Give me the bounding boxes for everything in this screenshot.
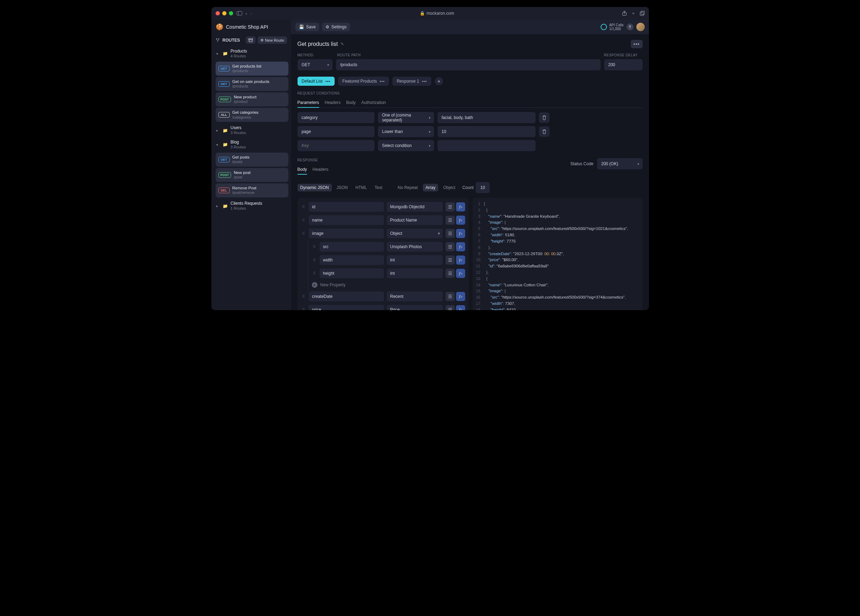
field-key-input[interactable] (309, 305, 384, 310)
route-item[interactable]: GET Get products list /products (216, 61, 289, 75)
field-fx-button[interactable]: ƒx (456, 269, 465, 278)
route-item[interactable]: DEL Remove Post /post/remove (216, 183, 289, 197)
route-item[interactable]: POST New post /post (216, 168, 289, 182)
repeat-object[interactable]: Object (440, 184, 458, 191)
group-clients-requests[interactable]: ▸ 📁 Clients Requests 1 Routes (214, 199, 289, 212)
new-property-button[interactable]: +New Property (311, 280, 466, 290)
more-icon[interactable]: ••• (380, 79, 385, 83)
condition-value-input[interactable] (438, 112, 535, 123)
conditions-tab-authorization[interactable]: Authorization (361, 98, 386, 107)
conditions-tab-parameters[interactable]: Parameters (298, 98, 319, 108)
drag-handle-icon[interactable]: ⠿ (301, 231, 306, 236)
condition-value-input[interactable] (438, 140, 535, 151)
field-type-select[interactable]: Mongodb ObjectId (387, 202, 443, 212)
field-list-button[interactable] (446, 305, 455, 310)
body-type-dynamic-json[interactable]: Dynamic JSON (298, 184, 332, 191)
field-key-input[interactable] (309, 202, 384, 212)
field-fx-button[interactable]: ƒx (456, 305, 465, 310)
repeat-array[interactable]: Array (423, 184, 439, 191)
group-products[interactable]: ▾ 📁 Products 4 Routes (214, 47, 289, 60)
field-list-button[interactable] (446, 255, 455, 265)
archive-button[interactable] (246, 36, 256, 44)
field-list-button[interactable] (446, 229, 455, 238)
field-key-input[interactable] (309, 215, 384, 225)
response-sub-tab-headers[interactable]: Headers (312, 165, 328, 174)
condition-value-input[interactable] (438, 126, 535, 137)
response-delay-input[interactable] (604, 59, 643, 71)
save-button[interactable]: 💾 Save (295, 23, 319, 31)
drag-handle-icon[interactable]: ⠿ (301, 308, 306, 310)
new-tab-icon[interactable]: ＋ (631, 10, 636, 16)
route-item[interactable]: ALL Get categories /categories (216, 108, 289, 122)
field-fx-button[interactable]: ƒx (456, 229, 465, 238)
response-tab[interactable]: Featured Products••• (338, 77, 389, 86)
conditions-tab-headers[interactable]: Headers (325, 98, 341, 107)
response-sub-tab-body[interactable]: Body (298, 165, 307, 175)
field-list-button[interactable] (446, 269, 455, 278)
response-tab[interactable]: Default List••• (298, 77, 335, 86)
settings-button[interactable]: ⚙ Settings (322, 23, 350, 31)
close-window-button[interactable] (216, 11, 220, 16)
field-type-select[interactable]: Unsplash Photos (387, 242, 443, 252)
status-code-select[interactable]: 200 (OK) (597, 158, 643, 169)
more-icon[interactable]: ••• (325, 79, 331, 83)
field-list-button[interactable] (446, 292, 455, 301)
field-fx-button[interactable]: ƒx (456, 216, 465, 225)
response-tab[interactable]: Response 1••• (392, 77, 431, 86)
minimize-window-button[interactable] (222, 11, 226, 16)
edit-title-icon[interactable]: ✎ (341, 42, 344, 47)
field-key-input[interactable] (320, 255, 384, 265)
route-item[interactable]: GET Get on sale products /products (216, 77, 289, 91)
field-type-select[interactable]: Recent (387, 292, 443, 301)
body-type-json[interactable]: JSON (334, 184, 351, 191)
field-type-select[interactable]: Object▾ (387, 229, 443, 238)
avatar[interactable] (636, 23, 645, 31)
field-key-input[interactable] (320, 268, 384, 278)
tabs-icon[interactable] (640, 10, 645, 16)
field-type-select[interactable]: Price (387, 305, 443, 310)
conditions-tab-body[interactable]: Body (346, 98, 356, 107)
drag-handle-icon[interactable]: ⠿ (301, 205, 306, 209)
sidebar-toggle-icon[interactable] (237, 11, 242, 16)
route-item[interactable]: GET Get posts /posts (216, 153, 289, 166)
condition-key-input[interactable] (298, 140, 375, 151)
drag-handle-icon[interactable]: ⠿ (301, 294, 306, 299)
group-blog[interactable]: ▾ 📁 Blog 3 Routes (214, 138, 289, 151)
field-list-button[interactable] (446, 216, 455, 225)
field-fx-button[interactable]: ƒx (456, 202, 465, 212)
method-select[interactable]: GET (298, 59, 333, 71)
delete-condition-button[interactable] (539, 126, 549, 137)
condition-operator-select[interactable]: Lower than (378, 126, 434, 137)
body-type-html[interactable]: HTML (353, 184, 370, 191)
maximize-window-button[interactable] (229, 11, 233, 16)
forward-icon[interactable]: › (251, 11, 252, 16)
field-key-input[interactable] (320, 242, 384, 252)
add-response-button[interactable]: + (435, 77, 443, 85)
field-fx-button[interactable]: ƒx (456, 242, 465, 251)
delete-condition-button[interactable] (539, 112, 549, 123)
route-path-input[interactable] (336, 59, 601, 71)
field-type-select[interactable]: Product Name (387, 215, 443, 225)
route-item[interactable]: POST New product /product (216, 92, 289, 107)
condition-operator-select[interactable]: One of (comma separated) (378, 112, 434, 123)
field-fx-button[interactable]: ƒx (456, 255, 465, 265)
back-icon[interactable]: ‹ (246, 11, 247, 16)
field-list-button[interactable] (446, 242, 455, 251)
count-input[interactable] (476, 182, 490, 193)
field-list-button[interactable] (446, 202, 455, 212)
new-route-button[interactable]: ⊕ New Route (257, 36, 287, 44)
url-bar[interactable]: 🔒 mockaron.com (256, 11, 618, 16)
group-users[interactable]: ▸ 📁 Users 3 Routes (214, 124, 289, 137)
body-type-text[interactable]: Text (372, 184, 385, 191)
drag-handle-icon[interactable]: ⠿ (312, 245, 317, 249)
field-type-select[interactable]: Int (387, 255, 443, 265)
more-icon[interactable]: ••• (422, 79, 427, 83)
more-menu-button[interactable]: ••• (631, 40, 643, 48)
share-icon[interactable] (622, 10, 627, 16)
field-key-input[interactable] (309, 229, 384, 238)
drag-handle-icon[interactable]: ⠿ (312, 271, 317, 276)
condition-key-input[interactable] (298, 112, 375, 123)
field-key-input[interactable] (309, 292, 384, 301)
field-type-select[interactable]: Int (387, 268, 443, 278)
repeat-no-repeat[interactable]: No Repeat (395, 184, 421, 191)
